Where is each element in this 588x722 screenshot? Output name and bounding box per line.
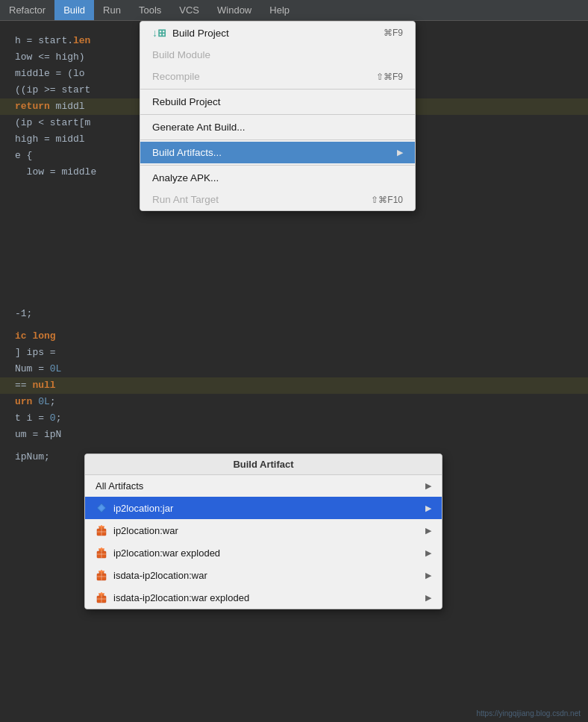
artifact-item-ip2location-war-exploded[interactable]: ip2location:war exploded ▶ bbox=[85, 542, 442, 564]
menubar-item-run[interactable]: Run bbox=[94, 0, 130, 20]
artifact-item-isdata-ip2location-war[interactable]: isdata-ip2location:war ▶ bbox=[85, 564, 442, 586]
menu-separator-1 bbox=[140, 89, 415, 90]
artifact-ip2location-jar-label: ip2location:jar bbox=[113, 503, 173, 514]
artifact-isdata-ip2location-war-exploded-label: isdata-ip2location:war exploded bbox=[113, 592, 249, 603]
watermark: https://yingqijiang.blog.csdn.net bbox=[476, 709, 581, 718]
menu-item-build-artifacts-label: Build Artifacts... bbox=[152, 147, 222, 158]
code-line: t i = 0; bbox=[0, 410, 588, 427]
war-icon-4 bbox=[96, 591, 107, 603]
artifact-item-isdata-ip2location-war-exploded[interactable]: isdata-ip2location:war exploded ▶ bbox=[85, 586, 442, 609]
code-line: -1; bbox=[0, 306, 588, 322]
menu-item-build-project[interactable]: ↓⊞ Build Project ⌘F9 bbox=[140, 22, 415, 44]
menu-item-build-module-label: Build Module bbox=[152, 49, 210, 60]
menubar-item-vcs[interactable]: VCS bbox=[170, 0, 208, 20]
ip2location-war-chevron: ▶ bbox=[425, 526, 431, 536]
menu-bar: Refactor Build Run Tools VCS Window Help bbox=[0, 0, 588, 21]
build-dropdown-menu: ↓⊞ Build Project ⌘F9 Build Module Recomp… bbox=[140, 21, 416, 211]
build-project-icon: ↓⊞ bbox=[152, 27, 166, 39]
artifact-item-ip2location-jar[interactable]: ip2location:jar ▶ bbox=[85, 497, 442, 519]
menu-item-rebuild-project[interactable]: Rebuild Project bbox=[140, 91, 415, 113]
menu-item-run-ant-target-label: Run Ant Target bbox=[152, 194, 219, 205]
menu-item-build-project-label: Build Project bbox=[172, 28, 229, 39]
build-artifacts-chevron: ▶ bbox=[397, 148, 403, 157]
code-line: == null bbox=[0, 377, 588, 394]
menubar-item-build[interactable]: Build bbox=[54, 0, 94, 20]
menu-separator-3 bbox=[140, 139, 415, 140]
menu-separator-2 bbox=[140, 114, 415, 115]
code-line: ic long bbox=[0, 328, 588, 345]
menu-item-build-artifacts[interactable]: Build Artifacts... ▶ bbox=[140, 142, 415, 163]
all-artifacts-chevron: ▶ bbox=[425, 481, 431, 491]
artifact-isdata-ip2location-war-label: isdata-ip2location:war bbox=[113, 570, 207, 581]
menubar-item-window[interactable]: Window bbox=[208, 0, 260, 20]
menu-item-build-project-shortcut: ⌘F9 bbox=[384, 28, 403, 38]
menu-item-run-ant-target: Run Ant Target ⇧⌘F10 bbox=[140, 189, 415, 210]
ip2location-jar-chevron: ▶ bbox=[425, 503, 431, 513]
war-icon-2 bbox=[96, 547, 107, 559]
menubar-item-tools[interactable]: Tools bbox=[130, 0, 170, 20]
menu-item-generate-ant-build[interactable]: Generate Ant Build... bbox=[140, 116, 415, 138]
code-line: Num = 0L bbox=[0, 361, 588, 377]
menu-item-analyze-apk-label: Analyze APK... bbox=[152, 172, 219, 183]
artifact-ip2location-war-exploded-label: ip2location:war exploded bbox=[113, 547, 220, 559]
artifact-submenu: Build Artifact All Artifacts ▶ ip2locati… bbox=[84, 453, 442, 609]
all-artifacts-label: All Artifacts bbox=[96, 480, 143, 492]
menu-item-recompile-label: Recompile bbox=[152, 71, 200, 82]
artifact-ip2location-war-label: ip2location:war bbox=[113, 525, 178, 536]
menu-item-run-ant-shortcut: ⇧⌘F10 bbox=[371, 195, 403, 205]
menu-separator-4 bbox=[140, 165, 415, 166]
menu-item-generate-ant-build-label: Generate Ant Build... bbox=[152, 122, 245, 133]
jar-icon bbox=[96, 502, 107, 514]
menu-item-rebuild-project-label: Rebuild Project bbox=[152, 96, 221, 107]
menubar-item-help[interactable]: Help bbox=[260, 0, 298, 20]
artifact-submenu-title: Build Artifact bbox=[85, 454, 442, 475]
isdata-ip2location-war-exploded-chevron: ▶ bbox=[425, 593, 431, 603]
menu-item-recompile-shortcut: ⇧⌘F9 bbox=[376, 72, 403, 82]
menu-item-build-module: Build Module bbox=[140, 44, 415, 66]
isdata-ip2location-war-chevron: ▶ bbox=[425, 571, 431, 580]
code-line: urn 0L; bbox=[0, 394, 588, 410]
artifact-item-all[interactable]: All Artifacts ▶ bbox=[85, 475, 442, 497]
menu-item-recompile: Recompile ⇧⌘F9 bbox=[140, 66, 415, 87]
war-icon-3 bbox=[96, 569, 107, 581]
ip2location-war-exploded-chevron: ▶ bbox=[425, 548, 431, 558]
code-line: ] ips = bbox=[0, 345, 588, 361]
menubar-item-refactor[interactable]: Refactor bbox=[0, 0, 54, 20]
artifact-item-ip2location-war[interactable]: ip2location:war ▶ bbox=[85, 519, 442, 542]
war-icon-1 bbox=[96, 524, 107, 536]
code-line: um = ipN bbox=[0, 427, 588, 443]
menu-item-analyze-apk[interactable]: Analyze APK... bbox=[140, 167, 415, 189]
